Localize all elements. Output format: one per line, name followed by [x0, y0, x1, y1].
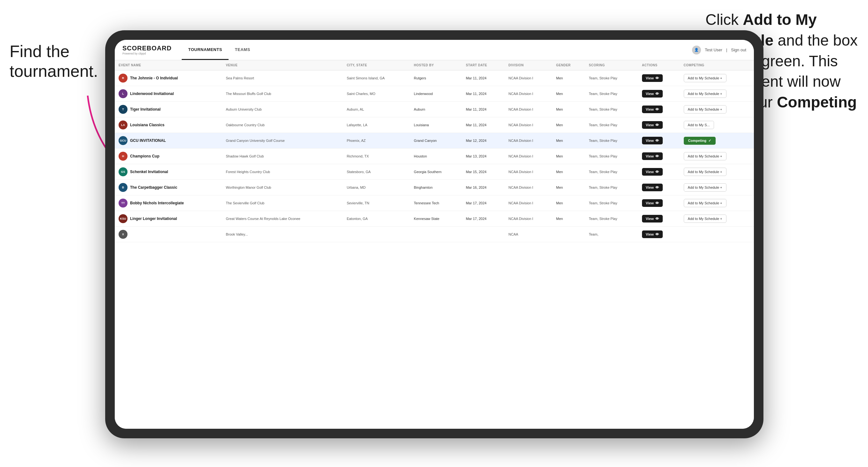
actions-cell-5: View 👁	[638, 149, 680, 164]
scoring-cell-8: Team, Stroke Play	[585, 195, 638, 211]
tab-tournaments[interactable]: TOURNAMENTS	[182, 40, 228, 60]
team-logo-6: GS	[119, 167, 127, 176]
event-name-0: The Johnnie - O Individual	[130, 76, 178, 80]
actions-cell-8: View 👁	[638, 195, 680, 211]
eye-icon-3: 👁	[655, 123, 659, 127]
eye-icon-1: 👁	[655, 92, 659, 96]
add-schedule-button-2[interactable]: Add to My Schedule +	[684, 105, 726, 114]
table-row: B The Carpetbagger Classic Worthington M…	[115, 180, 754, 195]
competing-cell-6: Add to My Schedule +	[680, 164, 754, 180]
competing-cell-2: Add to My Schedule +	[680, 102, 754, 117]
date-cell-3: Mar 11, 2024	[462, 117, 505, 133]
competing-cell-4: Competing ✓	[680, 133, 754, 149]
table-row: LA Louisiana Classics Oakbourne Country …	[115, 117, 754, 133]
view-button-4[interactable]: View 👁	[642, 137, 663, 145]
add-schedule-button-7[interactable]: Add to My Schedule +	[684, 183, 726, 192]
division-cell-3: NCAA Division I	[505, 117, 552, 133]
add-schedule-button-5[interactable]: Add to My Schedule +	[684, 152, 726, 160]
gender-cell-9: Men	[552, 211, 585, 227]
col-actions: ACTIONS	[638, 60, 680, 70]
eye-icon-6: 👁	[655, 170, 659, 174]
add-schedule-button-9[interactable]: Add to My Schedule +	[684, 215, 726, 223]
view-button-5[interactable]: View 👁	[642, 152, 663, 160]
scoring-cell-5: Team, Stroke Play	[585, 149, 638, 164]
table-row: L Lindenwood Invitational The Missouri B…	[115, 86, 754, 102]
division-cell-4: NCAA Division I	[505, 133, 552, 149]
event-name-8: Bobby Nichols Intercollegiate	[130, 201, 184, 205]
event-cell-3: LA Louisiana Classics	[119, 121, 218, 129]
col-gender: GENDER	[552, 60, 585, 70]
venue-cell-8: The Sevierville Golf Club	[222, 195, 343, 211]
city-cell-6: Statesboro, GA	[343, 164, 410, 180]
hosted-cell-1: Lindenwood	[410, 86, 462, 102]
tab-teams[interactable]: TEAMS	[228, 40, 257, 60]
gender-cell-6: Men	[552, 164, 585, 180]
view-button-7[interactable]: View 👁	[642, 184, 663, 191]
eye-icon-7: 👁	[655, 186, 659, 189]
view-button-1[interactable]: View 👁	[642, 90, 663, 97]
eye-icon-4: 👁	[655, 139, 659, 143]
event-name-3: Louisiana Classics	[130, 123, 164, 127]
nav-right: 👤 Test User | Sign out	[692, 45, 746, 55]
view-button-10[interactable]: View 👁	[642, 230, 663, 238]
view-button-0[interactable]: View 👁	[642, 74, 663, 82]
col-scoring: SCORING	[585, 60, 638, 70]
scoring-cell-0: Team, Stroke Play	[585, 70, 638, 86]
gender-cell-4: Men	[552, 133, 585, 149]
view-button-6[interactable]: View 👁	[642, 168, 663, 176]
eye-icon-2: 👁	[655, 107, 659, 111]
tournaments-table-container[interactable]: EVENT NAME VENUE CITY, STATE HOSTED BY S…	[115, 60, 754, 429]
view-button-9[interactable]: View 👁	[642, 215, 663, 222]
eye-icon-5: 👁	[655, 154, 659, 158]
view-button-8[interactable]: View 👁	[642, 199, 663, 207]
event-cell-6: GS Schenkel Invitational	[119, 167, 218, 176]
venue-cell-0: Sea Palms Resort	[222, 70, 343, 86]
user-name: Test User	[705, 48, 722, 52]
event-cell-10: X	[119, 230, 218, 239]
hosted-cell-4: Grand Canyon	[410, 133, 462, 149]
date-cell-8: Mar 17, 2024	[462, 195, 505, 211]
col-competing: COMPETING	[680, 60, 754, 70]
city-cell-8: Sevierville, TN	[343, 195, 410, 211]
city-cell-9: Eatonton, GA	[343, 211, 410, 227]
event-name-9: Linger Longer Invitational	[130, 216, 177, 221]
add-schedule-button-3[interactable]: Add to My S...	[684, 121, 714, 129]
date-cell-9: Mar 17, 2024	[462, 211, 505, 227]
view-button-3[interactable]: View 👁	[642, 121, 663, 129]
event-cell-7: B The Carpetbagger Classic	[119, 183, 218, 192]
venue-cell-9: Great Waters Course At Reynolds Lake Oco…	[222, 211, 343, 227]
table-row: T Tiger Invitational Auburn University C…	[115, 102, 754, 117]
hosted-cell-9: Kennesaw State	[410, 211, 462, 227]
scoring-cell-10: Team,	[585, 227, 638, 242]
gender-cell-5: Men	[552, 149, 585, 164]
event-name-5: Champions Cup	[130, 154, 159, 158]
competing-cell-9: Add to My Schedule +	[680, 211, 754, 227]
venue-cell-6: Forest Heights Country Club	[222, 164, 343, 180]
event-name-1: Lindenwood Invitational	[130, 92, 174, 96]
table-row: KSU Linger Longer Invitational Great Wat…	[115, 211, 754, 227]
city-cell-4: Phoenix, AZ	[343, 133, 410, 149]
venue-cell-7: Worthington Manor Golf Club	[222, 180, 343, 195]
view-button-2[interactable]: View 👁	[642, 105, 663, 113]
date-cell-1: Mar 11, 2024	[462, 86, 505, 102]
add-schedule-button-0[interactable]: Add to My Schedule +	[684, 74, 726, 82]
team-logo-2: T	[119, 105, 127, 114]
division-cell-9: NCAA Division I	[505, 211, 552, 227]
city-cell-5: Richmond, TX	[343, 149, 410, 164]
tablet-screen: SCOREBOARD Powered by clippd TOURNAMENTS…	[115, 40, 754, 429]
signout-link[interactable]: Sign out	[731, 48, 746, 52]
city-cell-2: Auburn, AL	[343, 102, 410, 117]
col-venue: VENUE	[222, 60, 343, 70]
hosted-cell-2: Auburn	[410, 102, 462, 117]
team-logo-5: H	[119, 152, 127, 161]
competing-button-4[interactable]: Competing ✓	[684, 137, 716, 145]
competing-label-4: Competing	[688, 139, 706, 143]
add-schedule-button-1[interactable]: Add to My Schedule +	[684, 90, 726, 98]
table-row: H Champions Cup Shadow Hawk Golf Club Ri…	[115, 149, 754, 164]
add-schedule-button-8[interactable]: Add to My Schedule +	[684, 199, 726, 207]
add-schedule-button-6[interactable]: Add to My Schedule +	[684, 168, 726, 176]
date-cell-7: Mar 16, 2024	[462, 180, 505, 195]
col-start-date: START DATE	[462, 60, 505, 70]
event-cell-0: R The Johnnie - O Individual	[119, 74, 218, 83]
table-row: R The Johnnie - O Individual Sea Palms R…	[115, 70, 754, 86]
